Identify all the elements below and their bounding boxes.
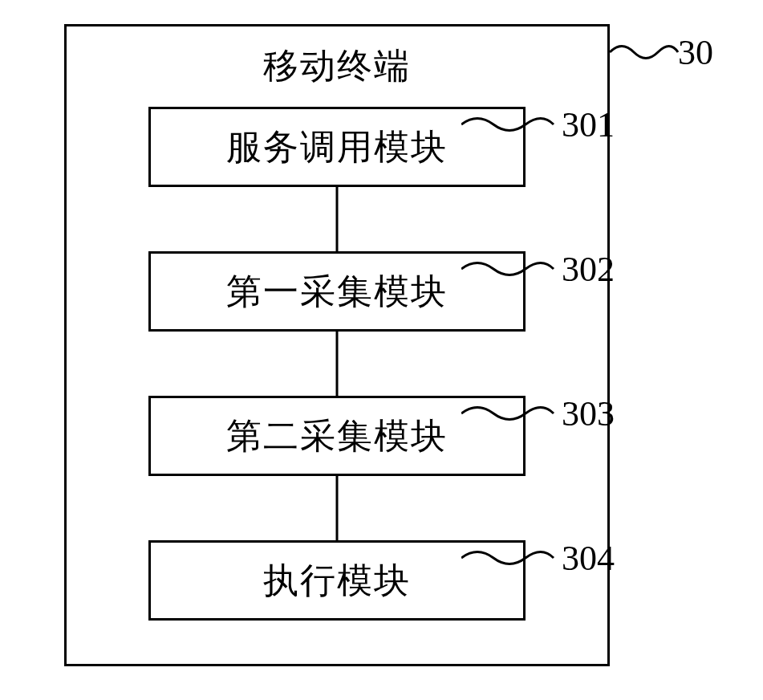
connector-line bbox=[336, 476, 339, 540]
leader-line-icon bbox=[461, 257, 558, 281]
leader-line-icon bbox=[610, 40, 682, 64]
reference-label: 303 bbox=[562, 393, 615, 434]
reference-label: 301 bbox=[562, 104, 615, 145]
reference-label: 30 bbox=[678, 32, 713, 73]
reference-label: 302 bbox=[562, 249, 615, 290]
reference-label: 304 bbox=[562, 538, 615, 579]
leader-line-icon bbox=[461, 112, 558, 136]
module-label: 执行模块 bbox=[263, 557, 411, 604]
module-label: 第一采集模块 bbox=[226, 268, 448, 315]
leader-line-icon bbox=[461, 401, 558, 425]
connector-line bbox=[336, 187, 339, 251]
container-title: 移动终端 bbox=[263, 43, 411, 90]
leader-line-icon bbox=[461, 546, 558, 570]
connector-line bbox=[336, 332, 339, 396]
module-label: 第二采集模块 bbox=[226, 413, 448, 460]
module-label: 服务调用模块 bbox=[226, 124, 448, 171]
